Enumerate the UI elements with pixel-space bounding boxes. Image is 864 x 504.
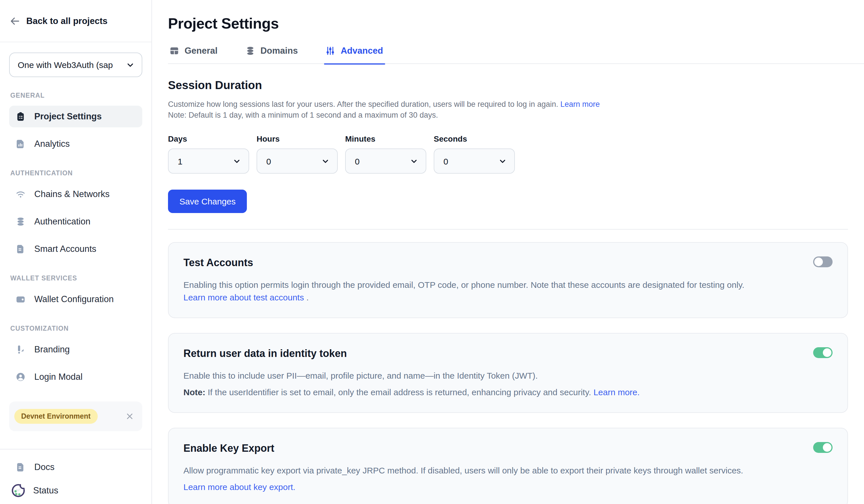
project-selector-value: One with Web3Auth (sap [18,60,124,70]
sidebar-item-analytics[interactable]: Analytics [9,133,142,155]
sidebar-section-customization: CUSTOMIZATION [10,325,141,332]
sidebar-item-chains-networks[interactable]: Chains & Networks [9,183,142,205]
sidebar-item-label: Docs [34,462,55,472]
key-export-toggle[interactable] [813,442,832,453]
sidebar-section-wallet-services: WALLET SERVICES [10,275,141,282]
sliders-icon [325,46,335,56]
sidebar-footer: Docs Status [0,449,152,504]
session-note: Note: Default is 1 day, with a minimum o… [168,110,864,121]
document-icon [15,462,26,472]
sidebar-item-authentication[interactable]: Authentication [9,211,142,232]
app-root: Back to all projects One with Web3Auth (… [0,0,864,504]
sidebar-item-label: Login Modal [34,372,83,382]
sidebar-item-label: Project Settings [34,111,102,122]
note-label: Note: [183,387,205,397]
minutes-select[interactable]: 0 [345,148,426,174]
table-grid-icon [169,46,179,56]
analytics-file-icon [15,139,26,149]
key-export-learn-more-link[interactable]: Learn more about key export. [183,482,296,491]
arrow-left-icon [9,15,21,27]
tab-label: General [184,46,217,56]
sidebar-item-smart-accounts[interactable]: Smart Accounts [9,238,142,260]
identity-token-toggle[interactable] [813,347,832,358]
close-icon[interactable] [125,412,134,421]
sidebar-item-label: Smart Accounts [34,244,96,254]
session-duration-description: Customize how long sessions last for you… [168,99,864,121]
seconds-select[interactable]: 0 [434,148,515,174]
save-changes-button[interactable]: Save Changes [168,189,247,213]
back-to-projects-button[interactable]: Back to all projects [0,0,152,42]
hours-select-value: 0 [266,156,271,166]
test-accounts-card: Test Accounts Enabling this option permi… [168,242,848,318]
sidebar-section-general: GENERAL [10,92,141,99]
tab-advanced[interactable]: Advanced [324,45,384,63]
session-description-text: Customize how long sessions last for you… [168,100,558,109]
sidebar-item-label: Wallet Configuration [34,294,114,304]
sidebar-item-label: Status [33,485,58,496]
chevron-down-icon [410,157,418,165]
document-icon [15,244,26,254]
branding-icon [15,344,26,355]
identity-token-note: Note: If the userIdentifier is set to em… [183,386,832,398]
toggle-knob [823,443,831,452]
session-duration-heading: Session Duration [168,79,864,92]
note-text: If the userIdentifier is set to email, o… [205,387,593,397]
chevron-down-icon [126,60,135,70]
session-learn-more-link[interactable]: Learn more [560,100,600,109]
test-accounts-toggle[interactable] [813,256,832,267]
test-accounts-title: Test Accounts [183,257,832,269]
days-select-value: 1 [178,156,182,166]
wallet-icon [15,294,26,304]
database-icon [15,217,26,227]
sidebar-item-project-settings[interactable]: Project Settings [9,106,142,127]
hours-select[interactable]: 0 [256,148,338,174]
project-selector[interactable]: One with Web3Auth (sap [9,52,142,77]
sidebar-item-label: Chains & Networks [34,189,110,199]
key-export-text: Allow programmatic key export via privat… [183,464,832,477]
environment-card: Devnet Environment [9,402,142,431]
duration-fields: Days 1 Hours 0 Minutes [168,134,864,174]
days-select[interactable]: 1 [168,148,249,174]
sidebar-item-wallet-configuration[interactable]: Wallet Configuration [9,288,142,310]
tab-general[interactable]: General [168,45,219,63]
chevron-down-icon [498,157,507,165]
sidebar-item-docs[interactable]: Docs [9,456,142,478]
sidebar-item-login-modal[interactable]: Login Modal [9,366,142,388]
back-to-projects-label: Back to all projects [26,16,107,26]
toggle-knob [814,258,823,266]
test-accounts-description: Enabling this option permits login throu… [183,279,750,303]
identity-token-learn-more-link[interactable]: Learn more. [593,387,640,397]
key-export-description: Allow programmatic key export via privat… [183,464,832,493]
seconds-select-value: 0 [443,156,448,166]
identity-token-card: Return user data in identity token Enabl… [168,333,848,413]
key-export-title: Enable Key Export [183,443,832,455]
identity-token-text: Enable this to include user PII—email, p… [183,369,832,382]
test-accounts-text-suffix: . [304,292,309,302]
identity-token-title: Return user data in identity token [183,348,832,360]
sidebar-item-status[interactable]: Status [9,479,142,502]
minutes-label: Minutes [345,134,426,143]
sidebar-item-branding[interactable]: Branding [9,339,142,360]
wifi-icon [15,189,26,199]
environment-badge: Devnet Environment [14,409,97,424]
sidebar-item-label: Branding [34,344,70,355]
tab-domains[interactable]: Domains [244,45,299,63]
sidebar-section-authentication: AUTHENTICATION [10,170,141,176]
sidebar-item-label: Analytics [34,139,70,149]
user-circle-icon [15,372,26,382]
test-accounts-learn-more-link[interactable]: Learn more about test accounts [183,292,304,302]
identity-token-description: Enable this to include user PII—email, p… [183,369,832,398]
tab-label: Advanced [340,46,383,56]
clipboard-list-icon [15,111,26,122]
seconds-label: Seconds [434,134,515,143]
main-content: Project Settings General Domains [152,0,864,504]
hours-label: Hours [256,134,338,143]
section-divider [168,229,848,230]
database-icon [245,46,255,56]
chevron-down-icon [321,157,330,165]
test-accounts-text: Enabling this option permits login throu… [183,280,744,290]
minutes-select-value: 0 [355,156,360,166]
tab-label: Domains [260,46,298,56]
key-export-card: Enable Key Export Allow programmatic key… [168,428,848,504]
toggle-knob [823,348,831,357]
